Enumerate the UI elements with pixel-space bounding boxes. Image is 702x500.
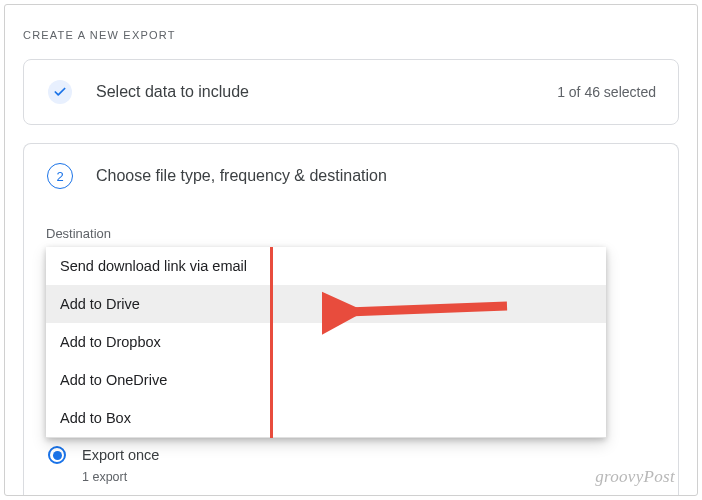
step-2-header: 2 Choose file type, frequency & destinat… — [24, 144, 678, 208]
frequency-export-once-label: Export once — [82, 447, 159, 463]
step-2-title: Choose file type, frequency & destinatio… — [96, 167, 656, 185]
option-email-link[interactable]: Send download link via email — [46, 247, 606, 285]
destination-dropdown[interactable]: Send download link via email Add to Driv… — [46, 247, 606, 438]
check-icon — [48, 80, 72, 104]
step-1-indicator — [46, 78, 74, 106]
step-2-indicator: 2 — [46, 162, 74, 190]
option-add-to-dropbox[interactable]: Add to Dropbox — [46, 323, 606, 361]
step-1-header: Select data to include 1 of 46 selected — [24, 60, 678, 124]
step-number-icon: 2 — [47, 163, 73, 189]
step-2-card: 2 Choose file type, frequency & destinat… — [23, 143, 679, 496]
radio-icon — [48, 446, 66, 464]
frequency-export-once-sub: 1 export — [82, 470, 678, 484]
page-header: CREATE A NEW EXPORT — [23, 29, 679, 41]
destination-label: Destination — [46, 226, 678, 241]
frequency-export-once[interactable]: Export once — [48, 446, 678, 464]
step-1-title: Select data to include — [96, 83, 557, 101]
option-add-to-onedrive[interactable]: Add to OneDrive — [46, 361, 606, 399]
option-add-to-drive[interactable]: Add to Drive — [46, 285, 606, 323]
step-1-card[interactable]: Select data to include 1 of 46 selected — [23, 59, 679, 125]
watermark: groovyPost — [595, 467, 675, 487]
step-1-status: 1 of 46 selected — [557, 84, 656, 100]
option-add-to-box[interactable]: Add to Box — [46, 399, 606, 438]
